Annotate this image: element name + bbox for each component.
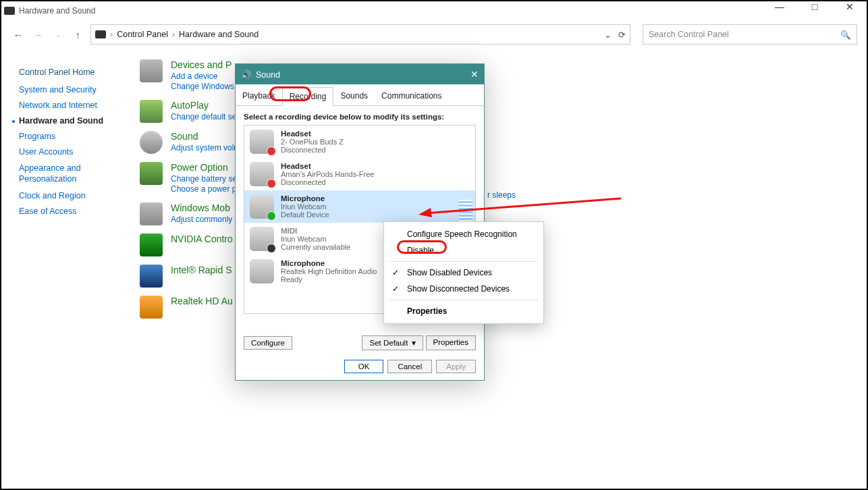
device-sub1: Iriun Webcam: [281, 202, 329, 211]
ctx-show-disabled[interactable]: Show Disabled Devices: [384, 265, 543, 281]
chevron-down-icon[interactable]: ▾: [412, 339, 416, 347]
cancel-button[interactable]: Cancel: [387, 360, 432, 373]
nav-row: ← → ⌄ ↑ › Control Panel › Hardware and S…: [1, 20, 867, 49]
properties-button[interactable]: Properties: [426, 335, 476, 350]
tab-sounds[interactable]: Sounds: [333, 87, 375, 105]
apply-button[interactable]: Apply: [436, 360, 476, 373]
intel-icon: [140, 265, 163, 288]
device-title: Headset: [281, 162, 374, 170]
sidebar-item-ease[interactable]: Ease of Access: [19, 207, 130, 216]
breadcrumb-root[interactable]: Control Panel: [117, 30, 168, 39]
address-icon: [95, 30, 106, 38]
link-add-device[interactable]: Add a device: [171, 72, 234, 81]
cat-title[interactable]: NVIDIA Contro: [171, 234, 233, 244]
sidebar-item-clock[interactable]: Clock and Region: [19, 191, 130, 200]
up-button[interactable]: ↑: [71, 29, 86, 40]
device-title: Microphone: [281, 259, 377, 267]
address-dropdown[interactable]: ⌄: [604, 30, 612, 40]
ctx-properties[interactable]: Properties: [384, 303, 543, 319]
window-title: Hardware and Sound: [19, 6, 95, 16]
device-row[interactable]: Headset Aman's AirPods Hands-Free Discon…: [244, 158, 475, 190]
cat-title[interactable]: Power Option: [171, 162, 239, 173]
cat-title[interactable]: Windows Mob: [171, 202, 232, 213]
dialog-titlebar: 🔊Sound ✕: [236, 64, 484, 84]
minimize-button[interactable]: —: [769, 1, 790, 12]
dialog-title: Sound: [256, 70, 280, 80]
device-status: Disconnected: [281, 178, 374, 186]
mobility-icon: [140, 202, 163, 225]
sound-icon: [140, 131, 163, 154]
device-row-selected[interactable]: Microphone Iriun Webcam Default Device: [244, 190, 475, 223]
cat-title[interactable]: Sound: [171, 131, 238, 142]
address-bar[interactable]: › Control Panel › Hardware and Sound ⌄ ⟳: [90, 24, 630, 45]
headset-icon: [250, 130, 274, 154]
search-box[interactable]: Search Control Panel 🔍: [643, 24, 857, 45]
autoplay-icon: [140, 100, 163, 123]
device-sub1: Iriun Webcam: [281, 235, 350, 243]
link-adjust-common[interactable]: Adjust commonly: [171, 215, 232, 224]
dialog-ok-row: OK Cancel Apply: [344, 360, 476, 373]
cat-title[interactable]: Realtek HD Au: [171, 296, 233, 306]
app-icon: [4, 7, 15, 15]
annotation-oval-disable: [397, 240, 447, 254]
ctx-separator: [389, 300, 538, 300]
device-status: Default Device: [281, 211, 329, 219]
midi-icon: [250, 227, 274, 251]
nvidia-icon: [140, 234, 163, 256]
window-titlebar: Hardware and Sound: [1, 1, 867, 20]
printer-icon: [140, 59, 163, 82]
cat-title[interactable]: Intel® Rapid S: [171, 265, 232, 275]
forward-button[interactable]: →: [31, 29, 46, 40]
window-controls: — □ ✕: [769, 1, 860, 12]
link-adjust-volume[interactable]: Adjust system volu: [171, 143, 238, 153]
dialog-instruction: Select a recording device below to modif…: [236, 106, 484, 125]
link-change-default[interactable]: Change default set: [171, 112, 239, 121]
maximize-button[interactable]: □: [805, 1, 825, 12]
device-title: Microphone: [281, 194, 329, 202]
sidebar-item-hardware[interactable]: Hardware and Sound: [19, 116, 130, 126]
ok-button[interactable]: OK: [344, 360, 384, 373]
device-row[interactable]: Headset 2- OnePlus Buds Z Disconnected: [244, 126, 475, 158]
cat-title[interactable]: Devices and P: [171, 59, 234, 70]
search-placeholder: Search Control Panel: [649, 30, 729, 39]
realtek-icon: [140, 296, 163, 319]
link-fragment-sleeps[interactable]: r sleeps: [487, 190, 516, 200]
sidebar-header[interactable]: Control Panel Home: [19, 67, 130, 77]
device-title: Headset: [281, 130, 344, 138]
dialog-action-row: Configure Set Default ▾ Properties: [244, 335, 476, 350]
cat-title[interactable]: AutoPlay: [171, 100, 239, 111]
search-icon: 🔍: [840, 30, 851, 40]
configure-button[interactable]: Configure: [244, 336, 292, 350]
sidebar-item-programs[interactable]: Programs: [19, 132, 130, 141]
speaker-icon: 🔊: [241, 70, 252, 80]
close-button[interactable]: ✕: [840, 1, 860, 12]
device-status: Disconnected: [281, 146, 344, 154]
sidebar-item-system[interactable]: System and Security: [19, 85, 130, 94]
link-battery[interactable]: Change battery set: [171, 174, 239, 184]
ctx-separator: [389, 261, 538, 262]
device-sub1: Aman's AirPods Hands-Free: [281, 170, 374, 178]
back-button[interactable]: ←: [11, 29, 26, 40]
power-icon: [140, 162, 163, 185]
recent-dropdown[interactable]: ⌄: [51, 31, 65, 38]
device-status: Currently unavailable: [281, 243, 350, 251]
dialog-close-button[interactable]: ✕: [470, 69, 479, 80]
microphone-icon: [250, 194, 274, 219]
device-sub1: Realtek High Definition Audio: [281, 267, 377, 275]
ctx-show-disconnected[interactable]: Show Disconnected Devices: [384, 281, 543, 297]
refresh-button[interactable]: ⟳: [618, 30, 626, 40]
headset-icon: [250, 162, 274, 186]
annotation-oval-recording: [269, 86, 311, 101]
sidebar-item-appearance[interactable]: Appearance and Personalization: [19, 163, 130, 185]
sidebar-item-network[interactable]: Network and Internet: [19, 101, 130, 110]
link-change-windows[interactable]: Change Windows: [171, 82, 234, 91]
set-default-button[interactable]: Set Default ▾: [362, 335, 423, 350]
context-menu: Configure Speech Recognition Disable Sho…: [383, 221, 544, 324]
microphone-icon: [250, 259, 274, 283]
tab-communications[interactable]: Communications: [375, 87, 448, 105]
device-title: MIDI: [281, 227, 350, 235]
breadcrumb-current[interactable]: Hardware and Sound: [179, 30, 259, 39]
sidebar-item-users[interactable]: User Accounts: [19, 147, 130, 157]
sidebar: Control Panel Home System and Security N…: [19, 67, 130, 222]
link-power-plan[interactable]: Choose a power pl: [171, 184, 239, 194]
